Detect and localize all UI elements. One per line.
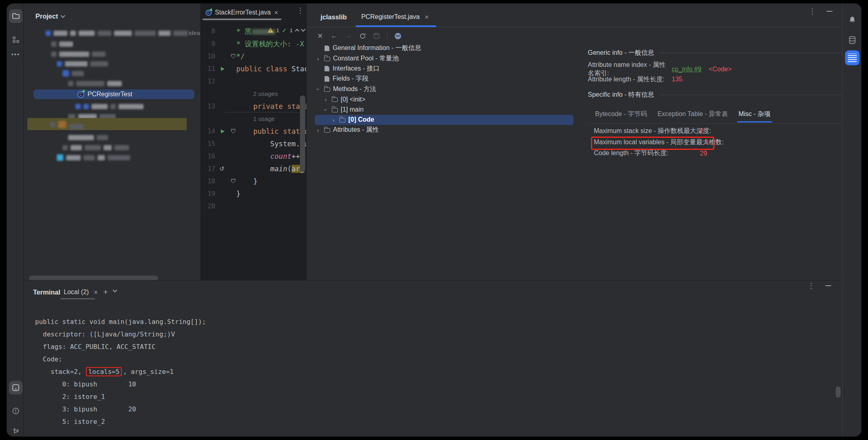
code-line[interactable]: 16 count++; bbox=[201, 150, 306, 162]
code-text: * 设置栈的大小: -X bbox=[236, 39, 304, 49]
project-horizontal-scrollbar[interactable] bbox=[29, 276, 158, 280]
cp-info-link[interactable]: cp_info #9 bbox=[672, 66, 701, 73]
code-line[interactable]: 17↺ main(arg bbox=[201, 162, 306, 175]
project-item-selected[interactable]: C PCRegisterTest bbox=[33, 89, 194, 99]
java-class-icon: C bbox=[206, 10, 212, 16]
close-panel-icon[interactable]: ✕ bbox=[316, 32, 324, 40]
code-line[interactable]: 13 private static int count = 0; bbox=[201, 100, 306, 112]
code-line[interactable]: 19} bbox=[201, 187, 306, 200]
chevron-expanded-icon[interactable]: › bbox=[315, 86, 322, 92]
jclasslib-plugin-button[interactable] bbox=[845, 50, 860, 65]
chevron-collapsed-icon[interactable]: › bbox=[315, 127, 321, 133]
line-number: 17 bbox=[201, 165, 215, 172]
code-line[interactable]: 20 bbox=[201, 200, 306, 212]
structure-icon bbox=[12, 36, 19, 43]
chevron-up-icon[interactable] bbox=[295, 29, 299, 33]
code-line[interactable]: 12 bbox=[201, 75, 306, 87]
tree-row[interactable]: ›Attributes - 属性 bbox=[315, 125, 574, 135]
back-icon[interactable]: ← bbox=[331, 32, 338, 40]
fold-marker-icon[interactable] bbox=[231, 179, 235, 183]
database-button[interactable] bbox=[848, 36, 856, 44]
detail-tab[interactable]: Misc - 杂项 bbox=[739, 110, 770, 122]
code-text: count++; bbox=[236, 152, 304, 160]
code-text: private static int count = 0; bbox=[236, 102, 306, 110]
redacted-row bbox=[75, 103, 144, 110]
toolbar-divider bbox=[387, 32, 387, 39]
chevron-collapsed-icon[interactable]: › bbox=[315, 55, 321, 62]
tree-row[interactable]: General Information - 一般信息 bbox=[315, 43, 574, 53]
redacted-row bbox=[51, 51, 106, 57]
project-item-highlighted[interactable] bbox=[27, 118, 187, 130]
code-token: count bbox=[270, 152, 291, 160]
tree-row[interactable]: Interfaces - 接口 bbox=[315, 64, 574, 74]
terminal-tool-button[interactable] bbox=[9, 381, 23, 394]
run-icon[interactable] bbox=[221, 67, 225, 71]
editor-kebab-icon[interactable]: ⋮ bbox=[297, 8, 304, 12]
tree-row[interactable]: ›[0] <init> bbox=[315, 94, 574, 104]
tree-row[interactable]: Fields - 字段 bbox=[315, 74, 574, 84]
code-line[interactable]: 9* 设置栈的大小: -X bbox=[201, 37, 306, 50]
code-line[interactable]: 11public class StackErrorTest { bbox=[201, 62, 306, 75]
misc-rows: Maximum stack size - 操作数栈最大深度:2Maximum l… bbox=[586, 126, 842, 159]
project-panel-header[interactable]: Project bbox=[35, 12, 65, 20]
chevron-expanded-icon[interactable]: › bbox=[323, 106, 329, 113]
editor-tab[interactable]: C StackErrorTest.java ✕ bbox=[203, 6, 281, 19]
line-number: 12 bbox=[201, 77, 215, 85]
web-icon[interactable] bbox=[394, 32, 402, 40]
structure-tool-button[interactable] bbox=[9, 33, 23, 46]
code-line[interactable]: 10*/ bbox=[201, 50, 306, 62]
git-tool-button[interactable] bbox=[9, 424, 23, 436]
terminal-output[interactable]: public static void main(java.lang.String… bbox=[35, 315, 826, 428]
close-icon[interactable]: ✕ bbox=[94, 289, 98, 295]
tree-row[interactable]: ›[0] Code bbox=[315, 115, 574, 125]
notifications-button[interactable] bbox=[848, 16, 856, 24]
generic-info-header: Generic info - 一般信息 bbox=[588, 49, 842, 57]
problems-tool-button[interactable] bbox=[9, 404, 23, 418]
code-token: public class bbox=[236, 65, 291, 73]
code-line[interactable]: 15 System.out.println(count); bbox=[201, 137, 306, 150]
editor-vertical-scrollbar[interactable] bbox=[300, 95, 305, 172]
code-hint-line[interactable]: 2 usages bbox=[201, 87, 306, 100]
fold-marker-icon[interactable] bbox=[231, 129, 235, 133]
inspection-widget[interactable]: 1 ✓ 1 bbox=[268, 27, 305, 33]
more-tools-button[interactable]: ••• bbox=[9, 47, 23, 61]
terminal-vertical-scrollbar[interactable] bbox=[836, 386, 841, 398]
close-icon[interactable]: ✕ bbox=[274, 10, 279, 16]
chevron-collapsed-icon[interactable]: › bbox=[323, 96, 329, 103]
terminal-text: 0: bipush 10 bbox=[35, 380, 136, 388]
chevron-down-icon[interactable] bbox=[301, 27, 305, 31]
tree-row[interactable]: ›Methods - 方法 bbox=[315, 84, 574, 94]
run-icon[interactable] bbox=[221, 129, 225, 133]
terminal-kebab-icon[interactable]: ⋮ bbox=[808, 284, 815, 288]
code-token bbox=[236, 152, 270, 160]
code-line[interactable]: 18 } bbox=[201, 175, 306, 187]
chevron-collapsed-icon[interactable]: › bbox=[330, 116, 337, 123]
detail-tab[interactable]: Bytecode - 字节码 bbox=[595, 110, 647, 122]
terminal-dropdown-icon[interactable] bbox=[112, 288, 117, 292]
line-number: 18 bbox=[201, 177, 215, 185]
terminal-text: public static void main(java.lang.String… bbox=[35, 318, 206, 326]
misc-value: 5 bbox=[705, 139, 708, 146]
code-text: System.out.println(count); bbox=[236, 140, 306, 148]
forward-icon[interactable]: → bbox=[345, 32, 352, 40]
save-icon[interactable] bbox=[373, 33, 380, 39]
fold-marker-icon[interactable] bbox=[231, 54, 235, 58]
code-hint-line[interactable]: 1 usage bbox=[201, 112, 306, 125]
detail-tab[interactable]: Exception Table - 异常表 bbox=[658, 110, 728, 122]
code-token bbox=[236, 102, 253, 110]
project-tool-button[interactable] bbox=[9, 9, 23, 23]
tree-row[interactable]: ›[1] main bbox=[315, 104, 574, 114]
code-text: public static void main(String[] args) { bbox=[236, 127, 306, 135]
tree-row[interactable]: ›Constant Pool - 常量池 bbox=[315, 53, 574, 63]
reload-icon[interactable] bbox=[359, 33, 366, 39]
terminal-tab[interactable]: Local (2) ✕ bbox=[64, 288, 98, 296]
terminal-panel: Terminal Local (2) ✕ + ⋮ public static v… bbox=[24, 280, 842, 436]
close-icon[interactable]: ✕ bbox=[425, 14, 429, 20]
minimize-icon[interactable] bbox=[825, 285, 831, 286]
jclasslib-tab[interactable]: PCRegisterTest.java ✕ bbox=[361, 13, 429, 21]
code-line[interactable]: 14 public static void main(String[] args… bbox=[201, 125, 306, 137]
terminal-title[interactable]: Terminal bbox=[33, 288, 60, 296]
line-number: 8 bbox=[201, 27, 215, 35]
new-terminal-button[interactable]: + bbox=[103, 288, 108, 297]
ok-count: 1 bbox=[289, 27, 293, 33]
